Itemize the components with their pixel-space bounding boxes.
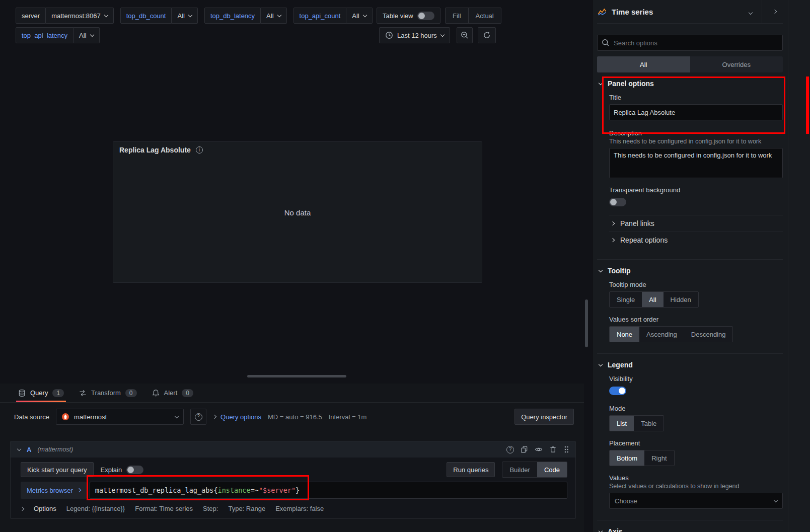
variable-value: All xyxy=(352,12,359,20)
datasource-picker[interactable]: mattermost xyxy=(56,409,184,425)
duplicate-icon[interactable] xyxy=(521,445,528,453)
sort-ascending[interactable]: Ascending xyxy=(639,327,684,342)
time-range-picker[interactable]: Last 12 hours xyxy=(379,27,450,43)
legend-visibility-toggle[interactable] xyxy=(609,387,626,395)
placement-bottom[interactable]: Bottom xyxy=(610,450,644,466)
chevron-down-icon xyxy=(362,13,366,17)
panel-links-row[interactable]: Panel links xyxy=(609,215,783,232)
variable-value-dropdown[interactable]: All xyxy=(346,8,372,24)
chevron-down-icon xyxy=(440,32,445,36)
variable-value-dropdown[interactable]: mattermost:8067 xyxy=(46,8,114,24)
description-label: Description xyxy=(609,129,783,137)
query-card-body: Kick start your query Explain Run querie… xyxy=(11,458,575,518)
chevron-right-icon xyxy=(611,221,615,225)
tab-overrides[interactable]: Overrides xyxy=(690,56,783,72)
datasource-help-button[interactable]: ? xyxy=(190,409,206,425)
panel-options-heading[interactable]: Panel options xyxy=(597,72,783,88)
query-options-toggle[interactable]: Query options xyxy=(213,413,261,421)
kick-start-button[interactable]: Kick start your query xyxy=(21,462,94,477)
chevron-down-icon xyxy=(744,8,757,16)
max-data-points-text: MD = auto = 916.5 xyxy=(268,413,322,421)
chevron-down-icon xyxy=(104,13,108,17)
variable-value: mattermost:8067 xyxy=(51,12,101,20)
builder-option[interactable]: Builder xyxy=(502,462,537,477)
tooltip-heading[interactable]: Tooltip xyxy=(597,260,783,275)
legend-values-select[interactable]: Choose xyxy=(609,493,783,509)
panel-links-label: Panel links xyxy=(620,219,654,227)
search-options-input[interactable] xyxy=(597,35,783,51)
query-help-icon[interactable]: ? xyxy=(506,446,514,453)
promql-query-input[interactable]: mattermost_db_replica_lag_abs{instance=~… xyxy=(90,482,567,499)
drag-handle-icon[interactable] xyxy=(563,445,569,453)
variables-row-1: server mattermost:8067 top_db_count All … xyxy=(16,8,373,24)
explain-toggle[interactable] xyxy=(126,466,143,474)
zoom-out-button[interactable] xyxy=(457,27,473,43)
eye-icon[interactable] xyxy=(535,445,543,453)
axis-section: Axis xyxy=(597,520,783,532)
section-title: Panel options xyxy=(608,80,654,88)
options-label[interactable]: Options xyxy=(34,505,56,512)
variable-value-dropdown[interactable]: All xyxy=(172,8,197,24)
refresh-icon xyxy=(483,31,491,39)
legend-heading[interactable]: Legend xyxy=(597,354,783,369)
metrics-browser-button[interactable]: Metrics browser xyxy=(21,482,87,499)
variable-value: All xyxy=(79,32,86,39)
tab-alert[interactable]: Alert 0 xyxy=(150,384,195,402)
chevron-right-icon xyxy=(212,415,216,419)
query-ref-id: A xyxy=(27,446,31,453)
tab-all[interactable]: All xyxy=(597,56,690,72)
axis-heading[interactable]: Axis xyxy=(597,520,783,532)
vertical-scrollbar-thumb[interactable] xyxy=(585,299,588,347)
info-icon[interactable]: i xyxy=(196,146,203,154)
legend-mode-table[interactable]: Table xyxy=(634,416,664,431)
tab-transform[interactable]: Transform 0 xyxy=(77,384,138,402)
panel-description-textarea[interactable]: This needs to be configured in config.js… xyxy=(609,148,783,178)
tab-count-badge: 0 xyxy=(182,389,193,397)
collapse-sidebar-button[interactable] xyxy=(767,4,783,20)
transparent-background-label: Transparent background xyxy=(609,186,783,194)
panel-title-input[interactable] xyxy=(609,104,783,120)
repeat-options-row[interactable]: Repeat options xyxy=(609,232,783,248)
tooltip-mode-single[interactable]: Single xyxy=(610,292,642,307)
query-card: A (mattermost) ? xyxy=(10,441,576,519)
editor-tabbar: Query 1 Transform 0 xyxy=(0,384,584,403)
table-view-toggle[interactable] xyxy=(417,12,434,20)
query-inspector-button[interactable]: Query inspector xyxy=(514,409,574,425)
fill-option[interactable]: Fill xyxy=(446,8,468,23)
sort-none[interactable]: None xyxy=(610,327,639,342)
title-label: Title xyxy=(609,94,783,101)
sort-descending[interactable]: Descending xyxy=(684,327,733,342)
collapse-query-icon[interactable] xyxy=(17,446,21,450)
legend-mode-group: List Table xyxy=(609,415,664,431)
expr-open-brace: { xyxy=(213,486,217,494)
variable-label: top_api_latency xyxy=(16,27,73,43)
legend-mode-list[interactable]: List xyxy=(610,416,634,431)
tooltip-mode-hidden[interactable]: Hidden xyxy=(664,292,698,307)
options-search xyxy=(597,35,783,51)
variable-value-dropdown[interactable]: All xyxy=(73,27,99,43)
variable-label: server xyxy=(16,8,46,24)
chevron-down-icon xyxy=(599,81,603,85)
timeseries-viz-icon xyxy=(597,8,607,16)
variable-server: server mattermost:8067 xyxy=(16,8,114,24)
trash-icon[interactable] xyxy=(549,445,557,453)
transparent-background-toggle[interactable] xyxy=(609,198,626,206)
placement-right[interactable]: Right xyxy=(644,450,674,466)
clock-icon xyxy=(385,31,393,39)
chevron-right-icon[interactable] xyxy=(20,506,24,510)
refresh-button[interactable] xyxy=(478,27,496,43)
variable-value-dropdown[interactable]: All xyxy=(261,8,286,24)
code-option[interactable]: Code xyxy=(537,462,567,477)
dashboard-panel: Replica Lag Absolute i No data xyxy=(113,141,482,283)
panel-resize-handle[interactable] xyxy=(247,375,346,377)
run-queries-button[interactable]: Run queries xyxy=(447,462,495,477)
visualization-picker[interactable]: Time series xyxy=(597,0,783,24)
actual-option[interactable]: Actual xyxy=(468,8,501,23)
tab-query[interactable]: Query 1 xyxy=(16,384,66,402)
query-card-header: A (mattermost) ? xyxy=(11,441,575,458)
chevron-down-icon xyxy=(599,268,603,272)
legend-placement-label: Placement xyxy=(609,439,783,447)
select-placeholder: Choose xyxy=(615,497,637,505)
tooltip-mode-all[interactable]: All xyxy=(642,292,663,307)
tab-label: Query xyxy=(30,389,48,397)
